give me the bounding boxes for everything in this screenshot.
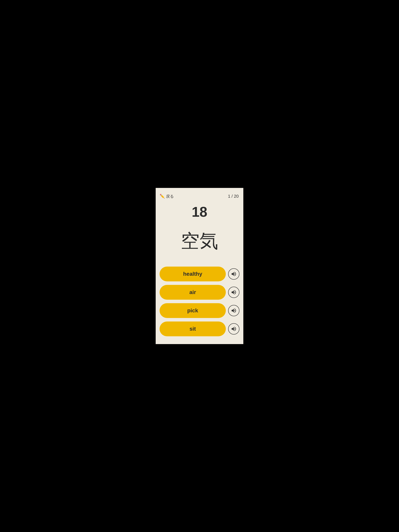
word-number: 18 (192, 205, 207, 219)
back-button[interactable]: ✏️ 戻る (160, 194, 174, 199)
sound-button-3[interactable] (228, 305, 239, 316)
speaker-icon (231, 308, 237, 314)
choices-container: healthy air pick (156, 266, 243, 336)
sound-button-2[interactable] (228, 287, 239, 298)
choice-row-2: air (160, 285, 239, 300)
sound-button-1[interactable] (228, 268, 239, 280)
pencil-icon: ✏️ (160, 194, 165, 199)
speaker-icon (231, 271, 237, 277)
choice-row-3: pick (160, 303, 239, 318)
choice-row-4: sit (160, 322, 239, 336)
choice-row-1: healthy (160, 266, 239, 281)
choice-button-4[interactable]: sit (160, 322, 226, 336)
sound-button-4[interactable] (228, 323, 239, 335)
back-label: 戻る (166, 194, 174, 199)
choice-button-3[interactable]: pick (160, 303, 226, 318)
progress-indicator: 1 / 20 (228, 194, 239, 199)
app-screen: ✏️ 戻る 1 / 20 18 空気 healthy air (156, 188, 243, 344)
speaker-icon (231, 326, 237, 332)
kanji-word: 空気 (181, 231, 218, 251)
speaker-icon (231, 289, 237, 295)
top-bar: ✏️ 戻る 1 / 20 (156, 192, 243, 201)
choice-button-2[interactable]: air (160, 285, 226, 300)
choice-button-1[interactable]: healthy (160, 266, 226, 281)
